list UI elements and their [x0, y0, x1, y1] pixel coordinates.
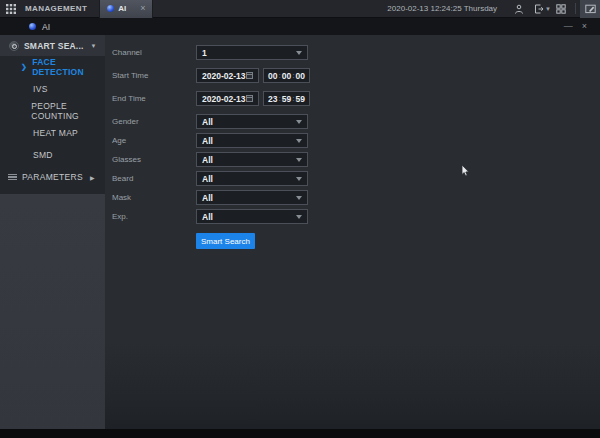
chevron-down-icon	[296, 196, 302, 200]
channel-select[interactable]: 1	[196, 45, 308, 60]
ai-window-titlebar: AI — ×	[0, 18, 600, 35]
form-row-channel: Channel 1	[112, 45, 600, 60]
start-minute: 00	[282, 71, 291, 81]
time-separator: :	[278, 72, 280, 79]
start-date-input[interactable]: 2020-02-13	[196, 68, 259, 83]
calendar-icon[interactable]	[246, 95, 253, 102]
tab-ai-close-icon[interactable]: ×	[140, 4, 145, 13]
form-row-age: Age All	[112, 133, 600, 148]
app-screen: MANAGEMENT AI × 2020-02-13 12:24:25 Thur…	[0, 0, 600, 438]
sidebar-item-label: SMD	[33, 150, 53, 160]
gender-value: All	[202, 117, 213, 127]
beard-value: All	[202, 174, 213, 184]
topbar-separator	[575, 3, 576, 14]
chevron-down-icon	[296, 120, 302, 124]
chevron-down-icon	[296, 177, 302, 181]
glasses-select[interactable]: All	[196, 152, 308, 167]
top-bar: MANAGEMENT AI × 2020-02-13 12:24:25 Thur…	[0, 0, 600, 18]
time-separator: :	[292, 72, 294, 79]
sidebar: SMART SEA... ▼ ❯ FACE DETECTION IVS PEOP…	[0, 35, 105, 429]
sidebar-item-smd[interactable]: SMD	[0, 144, 105, 166]
gender-label: Gender	[112, 117, 196, 126]
tab-ai[interactable]: AI ×	[99, 0, 153, 18]
end-time-input[interactable]: 23 : 59 : 59	[263, 91, 310, 106]
time-separator: :	[278, 95, 280, 102]
beard-select[interactable]: All	[196, 171, 308, 186]
sidebar-item-label: FACE DETECTION	[32, 57, 105, 77]
calendar-icon[interactable]	[246, 72, 253, 79]
mask-value: All	[202, 193, 213, 203]
start-time-input[interactable]: 00 : 00 : 00	[263, 68, 310, 83]
age-select[interactable]: All	[196, 133, 308, 148]
app-launcher-icon[interactable]	[6, 0, 16, 18]
sidebar-group-label: SMART SEA...	[24, 41, 84, 51]
sidebar-group-parameters[interactable]: PARAMETERS ▶	[0, 166, 105, 188]
ai-window-sphere-icon	[29, 23, 36, 30]
form-row-glasses: Glasses All	[112, 152, 600, 167]
minimize-icon[interactable]: —	[564, 22, 573, 31]
sidebar-item-ivs[interactable]: IVS	[0, 78, 105, 100]
start-hour: 00	[268, 71, 277, 81]
chevron-down-icon	[296, 158, 302, 162]
bottom-edge	[0, 429, 600, 438]
tab-management[interactable]: MANAGEMENT	[23, 4, 99, 13]
end-date-value: 2020-02-13	[202, 94, 245, 104]
list-icon	[8, 174, 17, 181]
time-separator: :	[292, 95, 294, 102]
chevron-right-icon: ▶	[90, 174, 95, 181]
sidebar-item-heat-map[interactable]: HEAT MAP	[0, 122, 105, 144]
end-date-input[interactable]: 2020-02-13	[196, 91, 259, 106]
active-arrow-icon: ❯	[21, 63, 32, 71]
form-row-beard: Beard All	[112, 171, 600, 186]
chevron-down-icon	[296, 139, 302, 143]
ai-window-title: AI	[42, 22, 50, 32]
close-icon[interactable]: ×	[582, 22, 587, 31]
end-time-label: End Time	[112, 94, 196, 103]
screen-annotate-icon[interactable]	[580, 0, 600, 18]
channel-value: 1	[202, 48, 207, 58]
sidebar-item-people-counting[interactable]: PEOPLE COUNTING	[0, 100, 105, 122]
chevron-down-icon	[296, 51, 302, 55]
start-date-value: 2020-02-13	[202, 71, 245, 81]
exp-value: All	[202, 212, 213, 222]
end-hour: 23	[268, 94, 277, 104]
glasses-value: All	[202, 155, 213, 165]
start-second: 00	[296, 71, 305, 81]
main-panel: Channel 1 Start Time 2020-02-13 00 : 00 …	[105, 35, 600, 429]
form-row-mask: Mask All	[112, 190, 600, 205]
parameters-label: PARAMETERS	[22, 172, 83, 182]
beard-label: Beard	[112, 174, 196, 183]
layout-grid-icon[interactable]	[551, 0, 571, 18]
smart-search-icon	[9, 41, 19, 51]
form-row-start-time: Start Time 2020-02-13 00 : 00 : 00	[112, 68, 600, 83]
sidebar-item-label: HEAT MAP	[33, 128, 78, 138]
age-value: All	[202, 136, 213, 146]
mask-select[interactable]: All	[196, 190, 308, 205]
start-time-label: Start Time	[112, 71, 196, 80]
form-row-gender: Gender All	[112, 114, 600, 129]
exp-select[interactable]: All	[196, 209, 308, 224]
form-row-exp: Exp. All	[112, 209, 600, 224]
clock-text: 2020-02-13 12:24:25 Thursday	[387, 4, 497, 13]
tab-ai-label: AI	[118, 4, 126, 13]
end-second: 59	[296, 94, 305, 104]
end-minute: 59	[282, 94, 291, 104]
exp-label: Exp.	[112, 212, 196, 221]
user-icon[interactable]	[509, 0, 529, 18]
sidebar-tree: SMART SEA... ▼ ❯ FACE DETECTION IVS PEOP…	[0, 35, 105, 194]
sidebar-item-face-detection[interactable]: ❯ FACE DETECTION	[0, 56, 105, 78]
form-row-end-time: End Time 2020-02-13 23 : 59 : 59	[112, 91, 600, 106]
mask-label: Mask	[112, 193, 196, 202]
age-label: Age	[112, 136, 196, 145]
smart-search-button[interactable]: Smart Search	[196, 233, 255, 249]
sidebar-group-smart-search[interactable]: SMART SEA... ▼	[0, 35, 105, 56]
chevron-down-icon	[296, 215, 302, 219]
channel-label: Channel	[112, 48, 196, 57]
gender-select[interactable]: All	[196, 114, 308, 129]
sidebar-item-label: IVS	[33, 84, 48, 94]
ai-sphere-icon	[107, 5, 114, 12]
glasses-label: Glasses	[112, 155, 196, 164]
chevron-down-icon: ▼	[91, 43, 97, 49]
sidebar-item-label: PEOPLE COUNTING	[31, 101, 105, 121]
